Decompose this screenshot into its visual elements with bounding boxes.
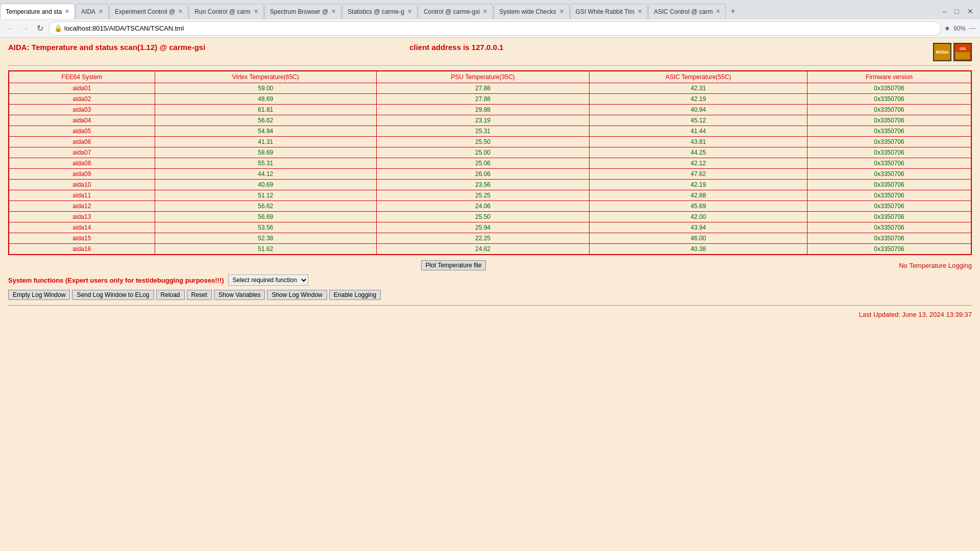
temperature-table: FEE64 System Virtex Temperature(65C) PSU… xyxy=(8,70,972,255)
window-controls: – □ ✕ xyxy=(940,6,980,16)
tab-experiment-control[interactable]: Experiment Control @ ✕ xyxy=(109,4,188,19)
cell-r14-c4: 0x3350706 xyxy=(807,233,971,244)
cell-r10-c0: aida11 xyxy=(9,190,155,201)
cell-r11-c2: 24.06 xyxy=(376,201,589,212)
cell-r11-c1: 56.62 xyxy=(155,201,376,212)
cell-r14-c1: 52.38 xyxy=(155,233,376,244)
cell-r0-c2: 27.88 xyxy=(376,83,589,94)
tab-system-checks[interactable]: System wide Checks ✕ xyxy=(494,4,569,19)
minimize-button[interactable]: – xyxy=(940,6,949,16)
table-row: aida1151.1225.2542.880x3350706 xyxy=(9,190,971,201)
tab-aida[interactable]: AIDA ✕ xyxy=(76,4,109,19)
cell-r15-c2: 24.62 xyxy=(376,244,589,255)
cell-r3-c3: 45.12 xyxy=(590,115,807,126)
bookmark-icon: ★ xyxy=(944,24,950,32)
col-header-virtex: Virtex Temperature(65C) xyxy=(155,71,376,83)
tab-label-sb: Spectrum Browser @ xyxy=(270,8,328,15)
back-button[interactable]: ← xyxy=(4,23,16,34)
cell-r13-c3: 43.94 xyxy=(590,222,807,233)
table-row: aida0554.9425.3141.440x3350706 xyxy=(9,126,971,137)
enable-logging-button[interactable]: Enable Logging xyxy=(329,290,381,300)
tab-gsi-wr[interactable]: GSI White Rabbit Tim ✕ xyxy=(570,4,648,19)
table-row: aida1453.5625.9443.940x3350706 xyxy=(9,222,971,233)
cell-r11-c3: 45.69 xyxy=(590,201,807,212)
tab-close-ec[interactable]: ✕ xyxy=(178,8,183,15)
tab-close-sc[interactable]: ✕ xyxy=(559,8,564,15)
function-select[interactable]: Select required function xyxy=(228,274,308,286)
forward-button[interactable]: → xyxy=(19,23,32,34)
tab-close-wr[interactable]: ✕ xyxy=(638,8,642,15)
cell-r14-c2: 22.25 xyxy=(376,233,589,244)
cell-r6-c2: 25.00 xyxy=(376,147,589,158)
tab-bar: Temperature and sta ✕ AIDA ✕ Experiment … xyxy=(0,0,980,19)
browser-chrome: Temperature and sta ✕ AIDA ✕ Experiment … xyxy=(0,0,980,38)
reload-button-page[interactable]: Reload xyxy=(156,290,185,300)
last-updated: Last Updated: June 13, 2024 13:39:37 xyxy=(8,311,972,318)
tab-temperature-and-stat[interactable]: Temperature and sta ✕ xyxy=(0,4,75,19)
page-title-wrap: AIDA: Temperature and status scan(1.12) … xyxy=(8,43,503,52)
cell-r13-c1: 53.56 xyxy=(155,222,376,233)
cell-r10-c1: 51.12 xyxy=(155,190,376,201)
cell-r4-c1: 54.94 xyxy=(155,126,376,137)
tab-label-rc: Run Control @ carm xyxy=(194,8,251,15)
table-row: aida1256.6224.0645.690x3350706 xyxy=(9,201,971,212)
tab-asic-control[interactable]: ASIC Control @ carm ✕ xyxy=(648,4,726,19)
tab-close-temperature[interactable]: ✕ xyxy=(65,8,69,15)
show-variables-button[interactable]: Show Variables xyxy=(214,290,265,300)
cell-r2-c1: 61.81 xyxy=(155,105,376,115)
tab-close-ctrl[interactable]: ✕ xyxy=(483,8,487,15)
tab-statistics[interactable]: Statistics @ carme-g ✕ xyxy=(342,4,418,19)
secondary-logo: GSI xyxy=(953,43,972,61)
tab-close-asic[interactable]: ✕ xyxy=(716,8,720,15)
cell-r8-c0: aida09 xyxy=(9,169,155,180)
plot-temperature-button[interactable]: Plot Temperature file xyxy=(421,260,486,270)
toolbar-right: ★ 90% ⋯ xyxy=(944,24,976,33)
cell-r9-c0: aida10 xyxy=(9,180,155,190)
tab-close-rc[interactable]: ✕ xyxy=(254,8,258,15)
cell-r12-c0: aida13 xyxy=(9,212,155,222)
cell-r8-c2: 26.06 xyxy=(376,169,589,180)
col-header-system: FEE64 System xyxy=(9,71,155,83)
maximize-button[interactable]: □ xyxy=(952,6,962,16)
extensions-icon[interactable]: ⋯ xyxy=(969,24,976,33)
address-bar-wrap: 🔒 xyxy=(48,21,941,36)
table-row: aida0944.1226.0647.620x3350706 xyxy=(9,169,971,180)
show-log-window-button[interactable]: Show Log Window xyxy=(267,290,327,300)
cell-r6-c4: 0x3350706 xyxy=(807,147,971,158)
cell-r8-c3: 47.62 xyxy=(590,169,807,180)
reload-button[interactable]: ↻ xyxy=(35,22,45,34)
new-tab-button[interactable]: + xyxy=(726,7,739,16)
cell-r10-c3: 42.88 xyxy=(590,190,807,201)
logo-area: Midas GSI xyxy=(933,43,972,61)
tab-control[interactable]: Control @ carme-gsi ✕ xyxy=(418,4,493,19)
system-functions-row: System functions (Expert users only for … xyxy=(8,274,972,286)
cell-r0-c3: 42.31 xyxy=(590,83,807,94)
empty-log-window-button[interactable]: Empty Log Window xyxy=(8,290,70,300)
close-button[interactable]: ✕ xyxy=(965,6,976,16)
tab-label-sc: System wide Checks xyxy=(499,8,556,15)
action-buttons-row: Empty Log Window Send Log Window to ELog… xyxy=(8,290,972,300)
page-divider xyxy=(8,305,972,306)
cell-r1-c4: 0x3350706 xyxy=(807,94,971,105)
tab-label-stats: Statistics @ carme-g xyxy=(348,8,404,15)
zoom-level: 90% xyxy=(953,25,966,32)
cell-r4-c0: aida05 xyxy=(9,126,155,137)
tab-run-control[interactable]: Run Control @ carm ✕ xyxy=(189,4,264,19)
reset-button[interactable]: Reset xyxy=(187,290,212,300)
cell-r2-c4: 0x3350706 xyxy=(807,105,971,115)
system-functions-label: System functions (Expert users only for … xyxy=(8,277,224,284)
send-log-to-elog-button[interactable]: Send Log Window to ELog xyxy=(72,290,154,300)
tab-close-aida[interactable]: ✕ xyxy=(99,8,103,15)
tab-close-sb[interactable]: ✕ xyxy=(331,8,336,15)
address-bar[interactable] xyxy=(64,24,936,32)
cell-r7-c4: 0x3350706 xyxy=(807,158,971,169)
tab-spectrum-browser[interactable]: Spectrum Browser @ ✕ xyxy=(264,4,341,19)
cell-r10-c4: 0x3350706 xyxy=(807,190,971,201)
tab-close-stats[interactable]: ✕ xyxy=(407,8,412,15)
cell-r7-c1: 55.31 xyxy=(155,158,376,169)
cell-r13-c0: aida14 xyxy=(9,222,155,233)
col-header-psu: PSU Temperature(35C) xyxy=(376,71,589,83)
svg-text:GSI: GSI xyxy=(960,47,966,51)
tab-label-asic: ASIC Control @ carm xyxy=(654,8,713,15)
cell-r14-c3: 46.00 xyxy=(590,233,807,244)
